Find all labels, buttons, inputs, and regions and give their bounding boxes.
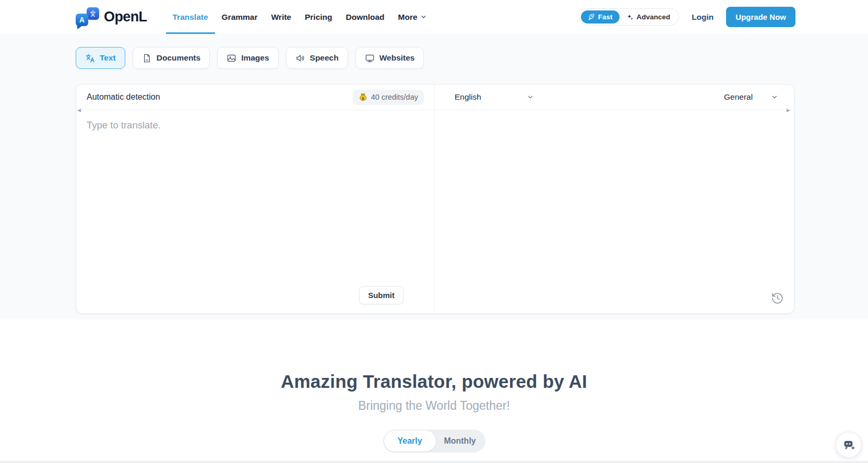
speaker-icon — [295, 53, 305, 63]
tab-documents[interactable]: Documents — [133, 47, 210, 69]
speed-mode-toggle: Fast Advanced — [579, 8, 679, 26]
nav-grammar[interactable]: Grammar — [215, 0, 265, 34]
document-icon — [142, 53, 152, 63]
sparkles-icon — [626, 14, 634, 21]
style-selector-label: General — [724, 92, 753, 102]
hero-subtitle: Bringing the World Together! — [0, 399, 868, 413]
nav-write[interactable]: Write — [265, 0, 298, 34]
next-section-strip — [0, 461, 868, 463]
logo-wen-icon — [87, 7, 99, 20]
main-nav: Translate Grammar Write Pricing Download… — [166, 0, 434, 34]
logo-icon: A — [76, 7, 99, 28]
billing-toggle: Yearly Monthly — [383, 430, 485, 453]
source-language-selector[interactable]: Automatic detection — [87, 92, 160, 102]
target-output-area — [435, 110, 794, 313]
nav-download[interactable]: Download — [339, 0, 391, 34]
nav-more-label: More — [398, 13, 418, 22]
nav-more[interactable]: More — [391, 0, 434, 34]
rocket-icon — [588, 14, 595, 21]
billing-yearly-button[interactable]: Yearly — [384, 431, 436, 452]
header-actions: Fast Advanced Login Upgrade Now — [579, 7, 795, 27]
target-language-selector[interactable]: English — [455, 92, 534, 102]
advanced-mode-label: Advanced — [637, 13, 671, 21]
logo-a-bubble: A — [76, 14, 88, 26]
target-language-label: English — [455, 92, 481, 102]
brand-logo[interactable]: A OpenL — [76, 7, 147, 28]
money-bag-icon: $ — [359, 93, 367, 102]
nav-pricing[interactable]: Pricing — [298, 0, 339, 34]
source-pane-header: Automatic detection $ 40 credits/day — [76, 85, 434, 110]
login-link[interactable]: Login — [692, 13, 714, 22]
target-pane: English General — [435, 85, 794, 313]
tab-images[interactable]: Images — [217, 47, 278, 69]
history-button[interactable] — [769, 290, 786, 306]
billing-monthly-button[interactable]: Monthly — [436, 431, 484, 452]
svg-text:$: $ — [362, 96, 364, 100]
chat-assistant-button[interactable] — [836, 432, 862, 458]
tab-websites-label: Websites — [379, 53, 415, 63]
chevron-down-icon — [420, 14, 427, 20]
credits-badge: $ 40 credits/day — [353, 90, 424, 105]
hero-title: Amazing Translator, powered by AI — [0, 319, 868, 392]
tab-websites[interactable]: Websites — [355, 47, 424, 69]
translator-card: Automatic detection $ 40 credits/day Sub… — [76, 84, 794, 314]
submit-button[interactable]: Submit — [359, 286, 403, 304]
style-selector[interactable]: General — [724, 92, 778, 102]
tab-images-label: Images — [241, 53, 269, 63]
tab-speech[interactable]: Speech — [286, 47, 348, 69]
tab-speech-label: Speech — [310, 53, 339, 63]
credits-badge-label: 40 credits/day — [371, 93, 418, 101]
chevron-down-icon — [527, 93, 534, 101]
tab-text-label: Text — [100, 53, 116, 63]
workspace: Text Documents Images Speech — [0, 34, 868, 314]
upgrade-now-button[interactable]: Upgrade Now — [726, 7, 795, 27]
history-icon — [771, 292, 784, 305]
fast-mode-label: Fast — [598, 13, 613, 21]
tab-text[interactable]: Text — [76, 47, 125, 69]
monitor-icon — [365, 53, 375, 63]
chevron-down-icon — [771, 93, 778, 101]
top-section: A OpenL Translate Grammar Write Pricing … — [0, 0, 868, 319]
hero-section: Amazing Translator, powered by AI Bringi… — [0, 319, 868, 461]
tab-bar: Text Documents Images Speech — [76, 47, 868, 69]
source-pane: Automatic detection $ 40 credits/day Sub… — [76, 85, 435, 313]
translate-icon — [85, 53, 95, 63]
image-icon — [227, 53, 236, 63]
brand-name: OpenL — [104, 9, 147, 25]
app-header: A OpenL Translate Grammar Write Pricing … — [0, 0, 868, 34]
advanced-mode-button[interactable]: Advanced — [620, 10, 677, 23]
tab-documents-label: Documents — [157, 53, 200, 63]
target-pane-header: English General — [435, 85, 794, 110]
robot-icon — [842, 438, 856, 452]
nav-translate[interactable]: Translate — [166, 0, 215, 34]
source-textarea[interactable] — [76, 110, 434, 313]
fast-mode-button[interactable]: Fast — [581, 10, 620, 23]
